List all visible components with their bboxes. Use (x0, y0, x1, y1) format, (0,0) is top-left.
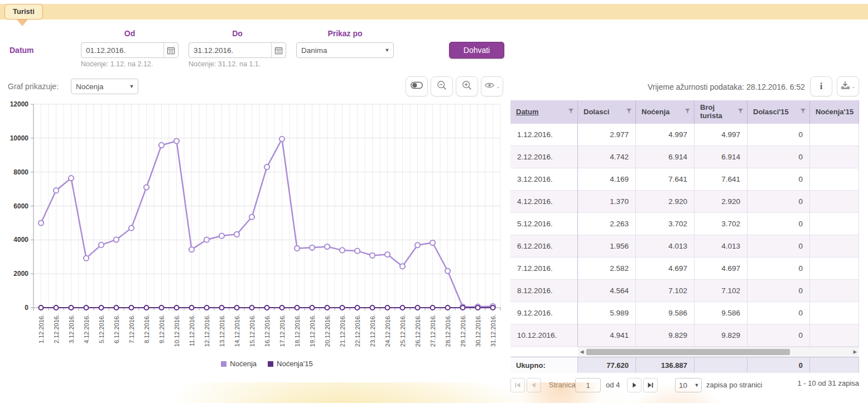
previous-page-button[interactable] (527, 378, 541, 392)
od-header: Od (81, 29, 179, 38)
stranica-label: Stranica (549, 381, 576, 389)
date-to-input[interactable] (189, 46, 271, 55)
legend-item[interactable]: Noćenja'15 (268, 360, 313, 368)
filter-icon[interactable] (800, 108, 806, 116)
table-row[interactable]: 5.12.2016.2.2633.7023.7020 (510, 213, 859, 235)
cell-value: 2.582 (578, 258, 636, 280)
info-icon: i (820, 81, 823, 92)
cell-value: 0 (748, 146, 810, 168)
export-button[interactable]: ⌄ (837, 76, 859, 96)
graf-prikazuje-select[interactable]: Noćenja ▼ (71, 79, 138, 94)
svg-text:3.12.2016.: 3.12.2016. (68, 314, 75, 343)
cell-value: 0 (748, 191, 810, 213)
zoom-in-button[interactable] (456, 76, 478, 96)
svg-text:17.12.2016.: 17.12.2016. (279, 314, 286, 347)
legend-swatch-icon (268, 361, 273, 367)
next-page-button[interactable] (627, 378, 642, 392)
chevron-right-icon (630, 381, 639, 390)
svg-text:6.12.2016.: 6.12.2016. (113, 314, 120, 343)
column-header[interactable]: Dolasci'15 (748, 100, 810, 124)
cell-value: 0 (748, 302, 810, 324)
calendar-icon[interactable] (271, 43, 286, 57)
cell-value: 0 (748, 124, 810, 146)
table-row[interactable]: 7.12.2016.2.5824.6974.6970 (510, 258, 859, 280)
filter-icon[interactable] (626, 108, 632, 116)
seek-last-icon (646, 381, 655, 390)
cell-value: 4.941 (578, 324, 636, 347)
dohvati-button[interactable]: Dohvati (449, 42, 504, 59)
column-header[interactable]: Broj turista (695, 100, 748, 124)
svg-text:2000: 2000 (13, 270, 28, 278)
toggle-series-button[interactable] (406, 76, 428, 96)
chevron-down-icon: ▼ (381, 47, 393, 53)
cell-value: 4.169 (578, 168, 636, 191)
totals-value (810, 357, 859, 373)
last-page-button[interactable] (643, 378, 658, 392)
totals-value: 136.887 (636, 357, 695, 373)
svg-text:16.12.2016.: 16.12.2016. (264, 314, 271, 347)
column-header[interactable]: Dolasci (578, 100, 636, 124)
date-from-input[interactable] (81, 46, 163, 55)
svg-text:2.12.2016.: 2.12.2016. (53, 314, 60, 343)
table-row[interactable]: 8.12.2016.4.5647.1027.1020 (510, 280, 859, 302)
table-row[interactable]: 10.12.2016.4.9419.8299.8290 (510, 324, 859, 347)
line-chart[interactable]: 0200040006000800010000120001.12.2016.2.1… (0, 100, 508, 362)
scroll-right-icon[interactable]: ▶ (851, 349, 859, 355)
zoom-out-button[interactable] (431, 76, 453, 96)
date-from-note: Noćenje: 1.12. na 2.12. (81, 60, 153, 68)
svg-text:24.12.2016.: 24.12.2016. (384, 314, 391, 347)
cell-value (810, 168, 859, 191)
svg-text:18.12.2016.: 18.12.2016. (294, 314, 301, 347)
page-number-input[interactable] (575, 378, 601, 392)
table-row[interactable]: 2.12.2016.4.7426.9146.9140 (510, 146, 859, 168)
scrollbar-thumb[interactable] (586, 349, 790, 355)
horizontal-scrollbar[interactable]: ◀ ▶ (578, 347, 859, 356)
totals-label: Ukupno: (510, 357, 578, 373)
cell-value: 6.914 (636, 146, 695, 168)
chevron-down-icon: ▼ (126, 84, 138, 89)
cell-datum: 3.12.2016. (510, 168, 578, 191)
visibility-menu-button[interactable]: ⌄ (481, 76, 503, 96)
cell-value: 2.263 (578, 213, 636, 235)
column-header[interactable]: Datum (510, 100, 578, 124)
calendar-icon[interactable] (163, 43, 178, 57)
cell-value (810, 258, 859, 280)
page-size-select[interactable]: 10 ▼ (675, 378, 702, 392)
cell-value: 2.977 (578, 124, 636, 146)
cell-value (810, 324, 859, 347)
scroll-left-icon[interactable]: ◀ (578, 349, 586, 355)
info-button[interactable]: i (810, 76, 832, 96)
first-page-button[interactable] (510, 378, 525, 392)
table-row[interactable]: 4.12.2016.1.3702.9202.9200 (510, 191, 859, 213)
cell-value: 1.370 (578, 191, 636, 213)
contrast-toggle-icon (410, 80, 423, 93)
top-tab-bar (0, 4, 868, 20)
legend-item[interactable]: Noćenja (221, 360, 257, 368)
column-header[interactable]: Noćenja'15 (810, 100, 859, 124)
zoom-out-icon (436, 80, 447, 93)
download-icon (841, 81, 850, 92)
cell-datum: 8.12.2016. (510, 280, 578, 302)
filter-icon[interactable] (737, 108, 744, 116)
svg-text:30.12.2016.: 30.12.2016. (475, 314, 481, 347)
totals-value (695, 357, 748, 373)
graf-prikazuje-label: Graf prikazuje: (8, 82, 59, 91)
cell-value: 9.586 (695, 302, 748, 324)
table-row[interactable]: 3.12.2016.4.1697.6417.6410 (510, 168, 859, 191)
table-row[interactable]: 6.12.2016.1.9564.0134.0130 (510, 235, 859, 258)
tab-turisti[interactable]: Turisti (4, 4, 43, 20)
prikaz-po-select[interactable]: Danima ▼ (296, 42, 394, 58)
table-row[interactable]: 9.12.2016.5.9899.5869.5860 (510, 302, 859, 324)
column-header[interactable]: Noćenja (636, 100, 695, 124)
svg-text:8.12.2016.: 8.12.2016. (143, 314, 150, 343)
chevron-down-icon: ⌄ (496, 84, 500, 89)
page-size-value: 10 (676, 381, 692, 390)
cell-value: 7.102 (695, 280, 748, 302)
cell-value: 0 (748, 280, 810, 302)
table-row[interactable]: 1.12.2016.2.9774.9974.9970 (510, 124, 859, 146)
filter-icon[interactable] (684, 108, 691, 116)
cell-value (810, 302, 859, 324)
totals-value: 77.620 (578, 357, 636, 373)
filter-icon[interactable] (568, 108, 574, 116)
svg-text:1.12.2016.: 1.12.2016. (38, 314, 45, 343)
